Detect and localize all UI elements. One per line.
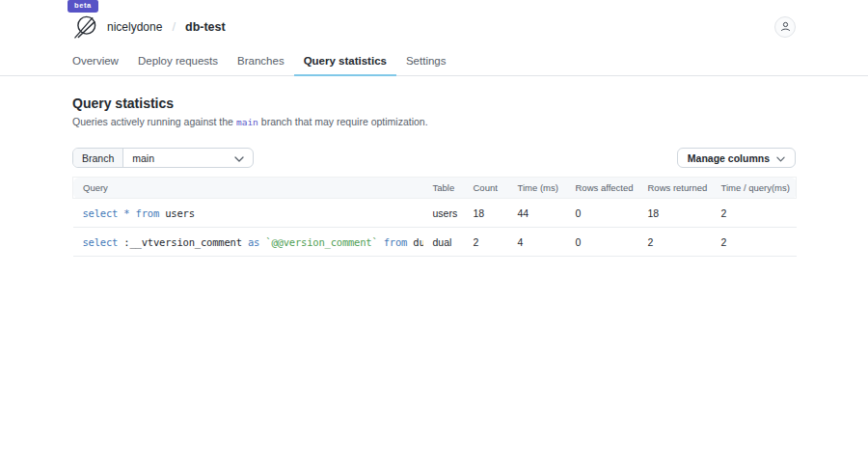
rows-affected-cell: 0 [566,228,638,257]
column-header-count: Count [464,178,508,199]
branch-selector-value: main [123,149,253,167]
rows-affected-cell: 0 [566,199,638,228]
subtitle-text-suffix: branch that may require optimization. [261,116,428,127]
tab-query-statistics[interactable]: Query statistics [294,48,396,76]
chevron-down-icon [234,152,244,164]
tab-overview[interactable]: Overview [63,48,128,76]
controls-row: Branch main Manage columns [72,148,796,168]
column-header-time-per-query: Time / query(ms) [712,178,797,199]
subtitle-text: Queries actively running against the [72,116,233,127]
branch-selector-label: Branch [73,149,123,167]
main-content: Query statistics Queries actively runnin… [0,96,868,257]
manage-columns-label: Manage columns [688,152,770,164]
branch-selector[interactable]: Branch main [72,148,254,168]
breadcrumb-separator: / [172,19,176,34]
time-ms-cell: 4 [508,228,566,257]
manage-columns-button[interactable]: Manage columns [677,148,796,168]
tab-deploy-requests[interactable]: Deploy requests [128,48,228,76]
app-window: beta nicelydone / db-test Overview Deplo… [0,0,868,467]
table-body: select * from usersusers18440182select :… [73,199,797,257]
top-header: nicelydone / db-test [0,0,868,41]
database-logo-icon[interactable] [72,14,98,40]
table-cell: dual [423,228,464,257]
table-header: Query Table Count Time (ms) Rows affecte… [73,178,797,199]
column-header-time-ms: Time (ms) [508,178,566,199]
user-icon [779,20,792,33]
count-cell: 2 [464,228,508,257]
rows-returned-cell: 18 [638,199,712,228]
table-cell: users [423,199,464,228]
time-per-query-cell: 2 [712,199,797,228]
time-per-query-cell: 2 [712,228,797,257]
column-header-rows-returned: Rows returned [638,178,712,199]
tab-settings[interactable]: Settings [396,48,456,76]
rows-returned-cell: 2 [638,228,712,257]
query-cell: select :__vtversion_comment as `@@versio… [73,228,423,257]
table-row[interactable]: select :__vtversion_comment as `@@versio… [73,228,797,257]
count-cell: 18 [464,199,508,228]
page-subtitle: Queries actively running against themain… [72,116,796,127]
table-row[interactable]: select * from usersusers18440182 [73,199,797,228]
breadcrumb-org[interactable]: nicelydone [107,20,162,34]
breadcrumb-database[interactable]: db-test [185,20,226,34]
chevron-down-icon [776,152,785,164]
tab-branches[interactable]: Branches [228,48,294,76]
time-ms-cell: 44 [508,199,566,228]
column-header-rows-affected: Rows affected [566,178,638,199]
column-header-query: Query [73,178,423,199]
page-title: Query statistics [72,96,796,111]
beta-badge: beta [68,0,98,13]
query-cell: select * from users [73,199,423,228]
tab-bar: Overview Deploy requests Branches Query … [0,48,868,76]
subtitle-branch-name: main [236,117,258,127]
query-statistics-table: Query Table Count Time (ms) Rows affecte… [72,177,797,257]
avatar[interactable] [774,16,796,38]
column-header-table: Table [423,178,464,199]
branch-selected-option: main [132,152,154,164]
